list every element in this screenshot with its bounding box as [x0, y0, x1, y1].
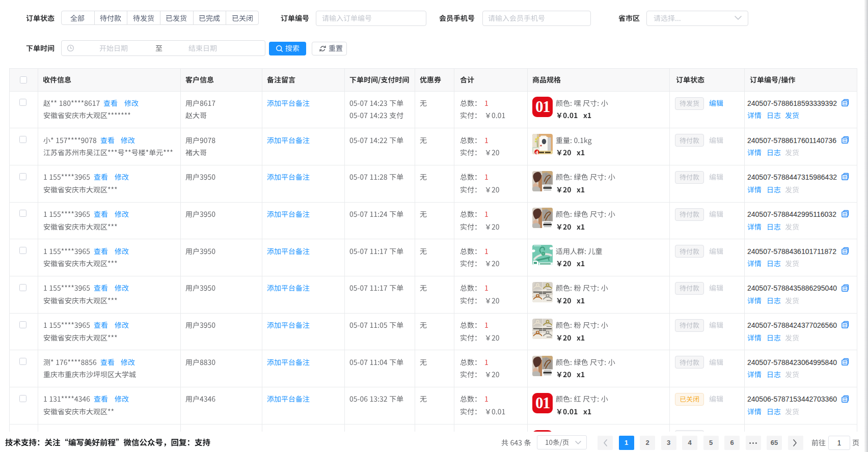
svg-text:4: 4 [535, 149, 538, 154]
